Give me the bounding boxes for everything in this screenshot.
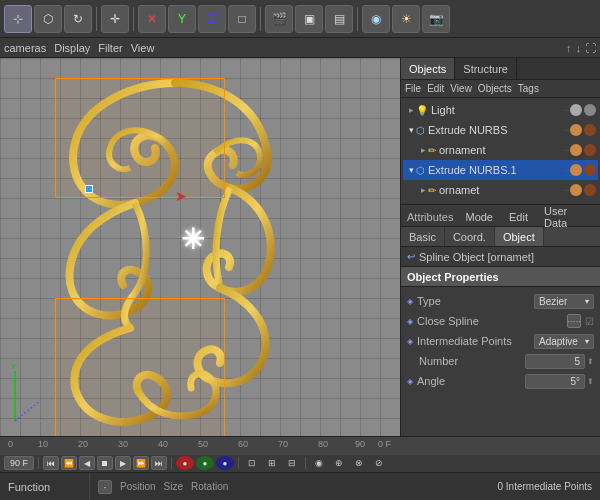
panel-menu-view[interactable]: View — [450, 83, 472, 94]
toolbar-btn-add[interactable]: ✛ — [101, 5, 129, 33]
toolbar-btn-move[interactable]: ⊹ — [4, 5, 32, 33]
toolbar-btn-render[interactable]: ▣ — [295, 5, 323, 33]
toolbar-btn-x[interactable]: ✕ — [138, 5, 166, 33]
tl-go-start[interactable]: ⏮ — [43, 456, 59, 470]
tl-icon-4[interactable]: ◉ — [310, 456, 328, 470]
panel-tabs: Objects Structure — [401, 58, 600, 80]
prop-label-type: Type — [417, 295, 534, 307]
prop-dot-intermediate: ◈ — [407, 337, 413, 346]
toolbar-btn-scale[interactable]: ⬡ — [34, 5, 62, 33]
tl-sep-1 — [38, 457, 39, 469]
attr-subtab-object[interactable]: Object — [495, 227, 544, 246]
prop-label-intermediate: Intermediate Points — [417, 335, 534, 347]
tree-label-light: Light — [431, 104, 561, 116]
sphere-extrude1-2 — [584, 164, 596, 176]
prop-row-intermediate: ◈ Intermediate Points Adaptive ▾ — [407, 331, 594, 351]
tl-icon-5[interactable]: ⊕ — [330, 456, 348, 470]
tl-sep-3 — [238, 457, 239, 469]
intermediate-points-status: 0 Intermediate Points — [490, 481, 601, 492]
toolbar-btn-z[interactable]: Z — [198, 5, 226, 33]
tl-icon-6[interactable]: ⊗ — [350, 456, 368, 470]
tree-row-light[interactable]: ▸ 💡 Light ··· — [403, 100, 598, 120]
handle-blue[interactable] — [85, 185, 93, 193]
prop-dot-angle: ◈ — [407, 377, 413, 386]
svg-text:Y: Y — [11, 362, 17, 371]
panel-menu-objects[interactable]: Objects — [478, 83, 512, 94]
menu-filter[interactable]: Filter — [98, 42, 122, 54]
tree-icon-ornamet: ✏ — [428, 185, 436, 196]
tl-play[interactable]: ▶ — [115, 456, 131, 470]
coord-toggle[interactable]: · — [98, 480, 112, 494]
sphere-col-extrude1 — [570, 164, 596, 176]
tl-icon-7[interactable]: ⊘ — [370, 456, 388, 470]
toolbar-btn-sphere[interactable]: ◉ — [362, 5, 390, 33]
tab-structure[interactable]: Structure — [455, 58, 517, 79]
intermediate-pts-text: 0 Intermediate Points — [498, 481, 593, 492]
tl-rec-red[interactable]: ● — [176, 456, 194, 470]
prop-stepper-angle[interactable]: ⬆ — [587, 377, 594, 386]
menu-cameras[interactable]: cameras — [4, 42, 46, 54]
coord-toggle-section: · — [98, 480, 112, 494]
tree-label-ornament: ornament — [439, 144, 561, 156]
tree-dots-light: ··· — [563, 106, 570, 115]
tree-row-extrude[interactable]: ▾ ⬡ Extrude NURBS ··· — [403, 120, 598, 140]
viewport[interactable]: ➤ ✳ Y X — [0, 58, 400, 436]
toolbar-btn-cam[interactable]: 📷 — [422, 5, 450, 33]
status-function: Function — [0, 473, 90, 500]
panel-menu-tags[interactable]: Tags — [518, 83, 539, 94]
attr-subtab-coord[interactable]: Coord. — [445, 227, 495, 246]
ruler-mark-0f: 0 F — [378, 439, 391, 449]
sphere-ornamet-1 — [570, 184, 582, 196]
prop-stepper-number[interactable]: ⬆ — [587, 357, 594, 366]
toolbar-btn-y[interactable]: Y — [168, 5, 196, 33]
tree-row-ornamet[interactable]: ▸ ✏ ornamet ··· — [403, 180, 598, 200]
toolbar-btn-light[interactable]: ☀ — [392, 5, 420, 33]
ruler-mark-60: 60 — [238, 439, 248, 449]
tree-row-extrude1[interactable]: ▾ ⬡ Extrude NURBS.1 ··· — [403, 160, 598, 180]
arrow-up[interactable]: ↑ — [566, 42, 572, 54]
attr-tab-mode[interactable]: Mode — [461, 211, 497, 223]
arrow-down[interactable]: ↓ — [576, 42, 582, 54]
tl-icon-3[interactable]: ⊟ — [283, 456, 301, 470]
toolbar-btn-render2[interactable]: ▤ — [325, 5, 353, 33]
timeline-ruler: 0 10 20 30 40 50 60 70 80 90 0 F — [0, 437, 600, 455]
prop-value-angle[interactable]: 5° — [525, 374, 585, 389]
tl-rec-blue[interactable]: ● — [216, 456, 234, 470]
tree-arrow-extrude1: ▾ — [409, 165, 414, 175]
tl-step-fwd[interactable]: ⏩ — [133, 456, 149, 470]
prop-value-intermediate[interactable]: Adaptive ▾ — [534, 334, 594, 349]
tl-step-back[interactable]: ⏪ — [61, 456, 77, 470]
tl-rec-green[interactable]: ● — [196, 456, 214, 470]
prop-value-type[interactable]: Bezier ▾ — [534, 294, 594, 309]
prop-value-number[interactable]: 5 — [525, 354, 585, 369]
ruler-mark-20: 20 — [78, 439, 88, 449]
tree-row-ornament[interactable]: ▸ ✏ ornament ··· — [403, 140, 598, 160]
tl-frame-start[interactable]: 90 F — [4, 456, 34, 470]
tl-stop[interactable]: ⏹ — [97, 456, 113, 470]
tl-go-end[interactable]: ⏭ — [151, 456, 167, 470]
ruler-mark-30: 30 — [118, 439, 128, 449]
attributes-section: Attributes Mode Edit User Data Basic Coo… — [401, 207, 600, 436]
tl-play-back[interactable]: ◀ — [79, 456, 95, 470]
checkbox-icon[interactable]: ☑ — [585, 316, 594, 327]
tab-objects[interactable]: Objects — [401, 58, 455, 79]
toolbar-btn-rotate[interactable]: ↻ — [64, 5, 92, 33]
maximize-icon[interactable]: ⛶ — [585, 42, 596, 54]
selection-box-top — [55, 78, 225, 198]
prop-check-close[interactable]: ····· — [567, 314, 581, 328]
tl-icon-1[interactable]: ⊡ — [243, 456, 261, 470]
toolbar-btn-obj[interactable]: □ — [228, 5, 256, 33]
panel-menu-file[interactable]: File — [405, 83, 421, 94]
attr-subtab-basic[interactable]: Basic — [401, 227, 445, 246]
prop-row-close-spline: ◈ Close Spline ····· ☑ — [407, 311, 594, 331]
attr-header: Attributes Mode Edit User Data — [401, 207, 600, 227]
menu-display[interactable]: Display — [54, 42, 90, 54]
obj-props-header: Object Properties — [401, 267, 600, 287]
tl-icon-2[interactable]: ⊞ — [263, 456, 281, 470]
toolbar-btn-film[interactable]: 🎬 — [265, 5, 293, 33]
menu-view[interactable]: View — [131, 42, 155, 54]
attr-tab-edit[interactable]: Edit — [505, 211, 532, 223]
attr-tab-userdata[interactable]: User Data — [540, 207, 594, 229]
position-label: Position — [120, 481, 156, 492]
panel-menu-edit[interactable]: Edit — [427, 83, 444, 94]
